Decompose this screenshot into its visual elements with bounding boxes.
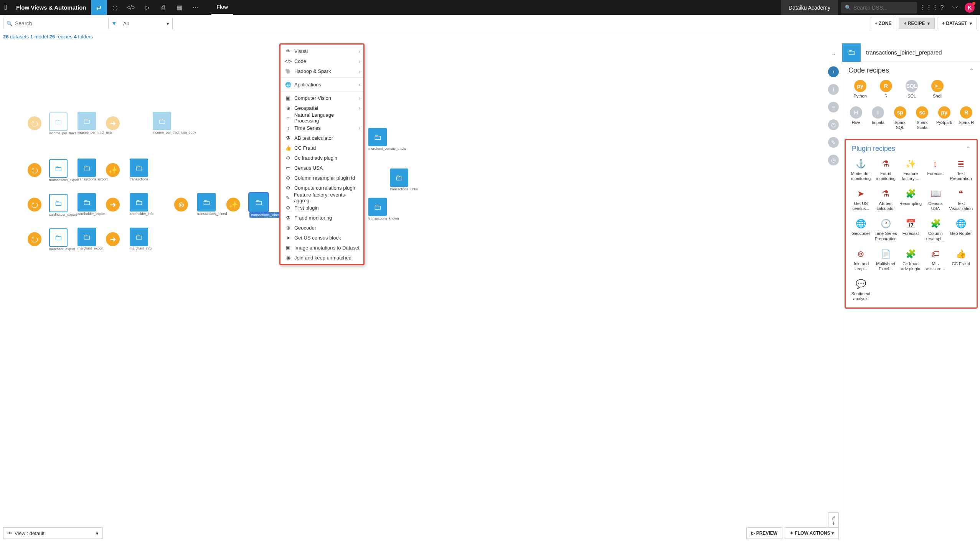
global-search[interactable]: 🔍: [841, 2, 917, 13]
view-dropdown[interactable]: 👁 View : default ▾: [3, 527, 103, 539]
code-recipe-item[interactable]: RSpark R: [957, 106, 977, 130]
flow-node-j2[interactable]: 🗀transactions_joined: [197, 193, 224, 216]
flow-node-c2[interactable]: 🗀cardholder_export: [49, 194, 76, 217]
code-recipe-item[interactable]: pyPython: [848, 80, 872, 99]
count-recipes-n[interactable]: 26: [49, 34, 55, 40]
circle-icon[interactable]: ◌: [107, 0, 123, 15]
plugin-recipe-item[interactable]: ⚗Fraud monitoring: [874, 158, 897, 181]
flow-node-n3[interactable]: 🗀income_per_tract_usa: [78, 112, 104, 135]
recipe-menu-item[interactable]: 🐘Hadoop & Spark: [280, 66, 363, 76]
edit-icon[interactable]: ✎: [828, 137, 839, 148]
schema-icon[interactable]: ≡: [828, 102, 839, 112]
recipe-menu-item[interactable]: </>Code: [280, 56, 363, 66]
recipe-menu-item[interactable]: ✎Feature factory: events-aggreg.: [280, 193, 363, 203]
flow-node-r3[interactable]: 🗀transactions_known: [368, 198, 395, 221]
lens-icon[interactable]: ◎: [828, 119, 839, 130]
recipe-menu-item[interactable]: ≡Natural Language Processing: [280, 113, 363, 123]
flow-node-t1[interactable]: ⭮: [28, 163, 41, 177]
flow-icon[interactable]: ⇄: [91, 0, 107, 15]
recipe-menu-item[interactable]: ▣Image annotations to Dataset: [280, 243, 363, 253]
section-plugin-recipes[interactable]: Plugin recipes ⌃: [846, 140, 977, 157]
recipe-menu-item[interactable]: ⊕Geospatial: [280, 103, 363, 113]
flow-node-r2[interactable]: 🗀transactions_unkn: [390, 169, 417, 192]
flow-node-t3[interactable]: 🗀transactions_export: [78, 159, 104, 182]
code-recipe-item[interactable]: spSpark SQL: [890, 106, 910, 130]
plugin-recipe-item[interactable]: 🕐Time Series Preparation: [874, 218, 897, 241]
recipe-menu-item[interactable]: ⚗AB test calculator: [280, 133, 363, 143]
code-recipe-item[interactable]: scSpark Scala: [912, 106, 932, 130]
plugin-recipe-item[interactable]: ✨Feature factory:...: [899, 158, 922, 181]
flow-node-c3[interactable]: 🗀cardholder_export: [78, 193, 104, 216]
plugin-recipe-item[interactable]: 🧩Resampling: [899, 188, 922, 211]
code-recipe-item[interactable]: >_Shell: [926, 80, 949, 99]
flow-node-n5[interactable]: 🗀income_per_tract_usa_copy: [153, 112, 180, 135]
flow-canvas[interactable]: ⭮🗀income_per_tract_usa🗀income_per_tract_…: [0, 43, 842, 542]
history-icon[interactable]: ◷: [828, 155, 839, 165]
plugin-recipe-item[interactable]: ⊚Join and keep...: [850, 248, 872, 271]
flow-node-n4[interactable]: ➜: [106, 116, 120, 130]
flow-node-j1[interactable]: ⊚: [174, 198, 188, 212]
add-zone-button[interactable]: + ZONE: [870, 18, 897, 29]
academy-link[interactable]: Dataiku Academy: [781, 0, 838, 15]
flow-node-m4[interactable]: ➜: [106, 232, 120, 246]
flow-node-j3[interactable]: ✨: [226, 198, 240, 212]
recipe-menu-item[interactable]: ⚙Cc fraud adv plugin: [280, 153, 363, 163]
plugin-recipe-item[interactable]: 🧩Column resampl...: [924, 218, 947, 241]
flow-node-m1[interactable]: ⭮: [28, 232, 41, 246]
add-recipe-button[interactable]: + RECIPE ▾: [899, 18, 935, 29]
code-recipe-item[interactable]: SQLSQL: [900, 80, 924, 99]
plugin-recipe-item[interactable]: ⚗AB test calculator: [874, 188, 897, 211]
plugin-recipe-item[interactable]: ❝Text Visualization: [949, 188, 973, 211]
help-icon[interactable]: ?: [935, 0, 949, 15]
recipe-menu-item[interactable]: ▭Census USA: [280, 163, 363, 173]
flow-node-c5[interactable]: 🗀cardholder_info: [130, 193, 153, 216]
plugin-recipe-item[interactable]: ≣Text Preparation: [949, 158, 973, 181]
user-avatar[interactable]: K: [965, 3, 975, 13]
flow-actions-button[interactable]: ✦ FLOW ACTIONS ▾: [785, 527, 839, 539]
flow-node-j4[interactable]: 🗀transactions_joined_prepared: [249, 193, 280, 218]
flow-node-c1[interactable]: ⭮: [28, 198, 41, 212]
count-folders-n[interactable]: 4: [74, 34, 76, 40]
code-icon[interactable]: </>: [123, 0, 139, 15]
flow-node-n1[interactable]: ⭮: [28, 116, 41, 130]
flow-search[interactable]: 🔍: [3, 18, 109, 29]
flow-node-r1[interactable]: 🗀merchant_census_tracts: [368, 128, 395, 151]
filter-dropdown[interactable]: ▼ All ▾: [108, 18, 173, 29]
count-recipes[interactable]: recipes: [56, 34, 73, 40]
code-recipe-item[interactable]: RR: [874, 80, 898, 99]
more-icon[interactable]: ⋯: [188, 0, 204, 15]
plugin-recipe-item[interactable]: 🌐Geocoder: [850, 218, 872, 241]
recipe-menu-item[interactable]: ◉Join and keep unmatched: [280, 253, 363, 263]
collapse-panel-icon[interactable]: →: [828, 49, 839, 59]
add-dataset-button[interactable]: + DATASET ▾: [937, 18, 977, 29]
dashboard-icon[interactable]: ▦: [172, 0, 188, 15]
flow-node-t5[interactable]: 🗀transactions: [130, 159, 148, 182]
plugin-recipe-item[interactable]: ⫾Forecast: [924, 158, 947, 181]
code-recipe-item[interactable]: HHive: [846, 106, 866, 130]
plugin-recipe-item[interactable]: 📄Multisheet Excel...: [874, 248, 897, 271]
recipe-menu-item[interactable]: ⊕Geocoder: [280, 223, 363, 233]
plugin-recipe-item[interactable]: 📅Forecast: [899, 218, 922, 241]
recipe-menu-item[interactable]: 👁Visual: [280, 46, 363, 56]
section-code-recipes[interactable]: Code recipes ⌃: [842, 62, 980, 78]
plugin-recipe-item[interactable]: 🏷ML-assisted...: [924, 248, 947, 271]
count-datasets-n[interactable]: 26: [3, 34, 8, 40]
recipe-menu-item[interactable]: 🌐Applications: [280, 79, 363, 89]
flow-node-m5[interactable]: 🗀merchant_info: [130, 228, 152, 251]
info-icon[interactable]: i: [828, 84, 839, 95]
tab-flow[interactable]: Flow: [211, 0, 234, 15]
plugin-recipe-item[interactable]: ➤Get US census...: [850, 188, 872, 211]
code-recipe-item[interactable]: IImpala: [868, 106, 888, 130]
count-model[interactable]: model: [35, 34, 48, 40]
print-icon[interactable]: ⎙: [155, 0, 172, 15]
flow-search-input[interactable]: [15, 20, 105, 26]
global-search-input[interactable]: [853, 5, 911, 11]
count-datasets[interactable]: datasets: [10, 34, 29, 40]
flow-node-t4[interactable]: ✨: [106, 163, 120, 177]
recipe-menu-item[interactable]: ▣Computer Vision: [280, 93, 363, 103]
flow-node-m3[interactable]: 🗀merchant_export: [78, 228, 104, 251]
recipe-menu-item[interactable]: ⫾Time Series: [280, 123, 363, 133]
preview-button[interactable]: ▷ PREVIEW: [746, 527, 782, 539]
app-logo[interactable]: 𓅩: [0, 0, 12, 15]
apps-icon[interactable]: ⋮⋮⋮: [922, 0, 935, 15]
